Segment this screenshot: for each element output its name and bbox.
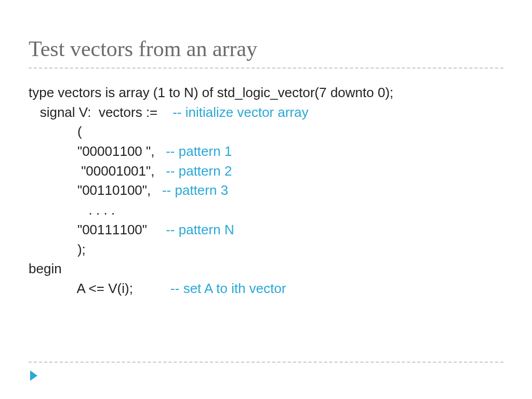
code-line: ); bbox=[29, 240, 503, 260]
code-line: ( bbox=[29, 122, 503, 142]
code-comment: -- pattern N bbox=[166, 222, 234, 237]
footer-divider bbox=[29, 362, 503, 363]
code-comment: -- initialize vector array bbox=[172, 104, 309, 120]
code-line: A <= V(i); -- set A to ith vector bbox=[29, 279, 503, 299]
code-comment: -- pattern 3 bbox=[162, 182, 228, 198]
code-line: begin bbox=[29, 259, 503, 279]
code-text: ); bbox=[29, 242, 86, 257]
code-comment: -- pattern 1 bbox=[166, 143, 232, 159]
code-comment: -- pattern 2 bbox=[166, 163, 232, 179]
code-line: . . . . bbox=[29, 201, 503, 220]
slide-title: Test vectors from an array bbox=[29, 36, 503, 61]
code-line: type vectors is array (1 to N) of std_lo… bbox=[29, 83, 503, 103]
code-text: "00001100 ", bbox=[29, 143, 166, 159]
play-triangle-icon bbox=[30, 370, 37, 381]
code-line: "00001001", -- pattern 2 bbox=[29, 162, 503, 181]
code-text: begin bbox=[29, 261, 62, 276]
code-text: "00111100" bbox=[29, 222, 166, 237]
title-divider bbox=[29, 68, 503, 69]
code-text: type vectors is array (1 to N) of std_lo… bbox=[29, 85, 393, 100]
code-text: signal V: vectors := bbox=[29, 104, 172, 120]
code-text: ( bbox=[29, 124, 82, 139]
code-text: "00110100", bbox=[29, 182, 162, 198]
code-text: "00001001", bbox=[29, 163, 166, 179]
code-line: "00111100" -- pattern N bbox=[29, 220, 503, 240]
code-line: "00110100", -- pattern 3 bbox=[29, 181, 503, 201]
code-block: type vectors is array (1 to N) of std_lo… bbox=[29, 83, 503, 299]
code-comment: -- set A to ith vector bbox=[170, 281, 286, 296]
slide: Test vectors from an array type vectors … bbox=[0, 0, 532, 399]
code-text: A <= V(i); bbox=[29, 281, 170, 296]
code-text: . . . . bbox=[29, 202, 115, 218]
code-line: "00001100 ", -- pattern 1 bbox=[29, 142, 503, 162]
code-line: signal V: vectors := -- initialize vecto… bbox=[29, 103, 503, 123]
